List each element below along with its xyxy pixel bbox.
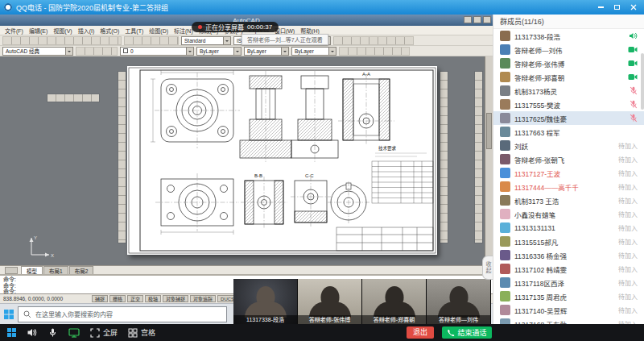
tab-nav-arrows[interactable]: [5, 267, 18, 274]
menu-item[interactable]: 绘图(D): [149, 27, 168, 35]
menu-item[interactable]: 格式(O): [100, 27, 119, 35]
mode-toggle[interactable]: 对象捕捉: [163, 295, 188, 302]
menu-item[interactable]: 编辑(E): [29, 27, 47, 35]
member-name: 11317135 周君虎: [514, 292, 614, 301]
member-name: 机制3173杨灵: [514, 86, 625, 96]
workspace-dropdown[interactable]: AutoCAD 经典: [2, 47, 73, 56]
menu-item[interactable]: 工具(T): [125, 27, 143, 35]
pending-status-label: 待加入: [618, 306, 638, 314]
end-call-button[interactable]: 结束通话: [442, 326, 492, 339]
member-name: 答辩老师-郑喜朝: [514, 73, 624, 82]
maximize-icon: [614, 5, 620, 10]
acad-canvas[interactable]: A-A B-B: [0, 56, 493, 265]
member-row[interactable]: 11317444——高千千待加入: [493, 180, 644, 193]
member-row[interactable]: 答辩老师—刘伟: [493, 43, 644, 56]
mode-toggle[interactable]: 正交: [127, 295, 143, 302]
windows-start-icon[interactable]: [4, 310, 14, 319]
member-name: 刘跃: [514, 141, 614, 151]
member-row[interactable]: 11317127-王波待加入: [493, 166, 644, 180]
member-row[interactable]: 11315515郝凡待加入: [493, 235, 644, 248]
layer-toolbar-icons[interactable]: [76, 47, 118, 56]
mode-toggle[interactable]: 极轴: [145, 295, 161, 302]
menu-item[interactable]: 帮助(H): [300, 27, 320, 35]
mode-toggle[interactable]: 对象追踪: [190, 295, 216, 302]
docked-toolbar[interactable]: [474, 71, 483, 243]
member-row[interactable]: 答辩老师-张朝飞待加入: [493, 152, 644, 166]
member-row[interactable]: 11317338-段浩: [493, 29, 644, 43]
member-row[interactable]: 11317663 程军: [493, 125, 644, 139]
pending-status-label: 待加入: [618, 278, 638, 287]
draw-toolbar[interactable]: [118, 71, 126, 243]
pending-status-label: 待加入: [618, 196, 638, 205]
search-placeholder: 在这里输入你要搜索的内容: [35, 310, 113, 318]
mode-toggle[interactable]: 捕捉: [92, 295, 108, 302]
floating-toolbar[interactable]: [47, 94, 100, 102]
mode-toggle[interactable]: 栅格: [109, 295, 126, 302]
share-screen-button[interactable]: [68, 327, 80, 338]
member-row[interactable]: 11317625/魏佳豪: [493, 111, 644, 125]
fullscreen-button[interactable]: 全屏: [90, 327, 118, 338]
dropdown-value: Standard: [184, 38, 205, 44]
layout-tab[interactable]: 布局2: [69, 266, 94, 274]
collapse-sidebar-button[interactable]: 收起: [482, 256, 493, 280]
textstyle-dropdown[interactable]: Standard: [181, 36, 231, 45]
member-row[interactable]: 答辩老师-郑喜朝: [493, 70, 644, 84]
pending-status-label: 待加入: [618, 251, 638, 260]
toolbar-icons[interactable]: [339, 47, 410, 56]
maximize-button[interactable]: [610, 2, 624, 13]
scrollbar-thumb[interactable]: [641, 53, 644, 110]
toolbar-icons[interactable]: [124, 36, 179, 45]
member-row[interactable]: 11313131131待加入: [493, 221, 644, 235]
member-row[interactable]: 机制3173 王浩待加入: [493, 193, 644, 207]
lineweight-dropdown[interactable]: ByLayer: [291, 47, 336, 56]
member-row[interactable]: 11317102 韩靖雯待加入: [493, 262, 644, 276]
exit-button[interactable]: 退出: [407, 326, 434, 339]
member-row[interactable]: 小鑫没有蜡笔待加入: [493, 207, 644, 221]
layout-tab[interactable]: 模型: [21, 266, 43, 274]
layer-dropdown[interactable]: 0: [120, 47, 194, 56]
speaker-icon: [27, 327, 37, 338]
video-tile[interactable]: 答辩老师—刘伟: [427, 279, 491, 324]
titlebar[interactable]: QQ电话 - 国防学院2020届机制专业-第二答辩组: [0, 0, 644, 15]
menu-item[interactable]: 插入(I): [78, 27, 95, 35]
minimize-button[interactable]: [594, 2, 608, 13]
end-call-label: 结束通话: [457, 327, 486, 338]
windows-icon[interactable]: [7, 328, 16, 337]
menu-item[interactable]: 视图(V): [53, 27, 72, 35]
video-tile[interactable]: 11317338-段浩: [233, 279, 298, 324]
member-row[interactable]: 答辩老师-张伟博: [493, 56, 644, 70]
speaker-button[interactable]: [27, 327, 37, 338]
taskbar-search-input[interactable]: 在这里输入你要搜索的内容: [18, 306, 227, 322]
member-row[interactable]: 11317555-樊波: [493, 98, 644, 111]
member-row[interactable]: 11317168 王东勃待加入: [493, 317, 644, 324]
member-row[interactable]: 11317118区西泽待加入: [493, 276, 644, 289]
member-row[interactable]: 刘跃待加入: [493, 139, 644, 152]
dropdown-value: ByLayer: [295, 48, 314, 54]
avatar: [500, 250, 510, 260]
video-tile[interactable]: 答辩老师-郑喜朝: [362, 279, 427, 324]
member-name: 11317118区西泽: [514, 278, 614, 288]
fullscreen-label: 全屏: [103, 327, 118, 338]
menu-item[interactable]: 文件(F): [5, 27, 23, 35]
member-row[interactable]: 11317140-吴昱辉待加入: [493, 303, 644, 317]
menu-item[interactable]: 标注(N): [174, 27, 193, 35]
canvas-scrollbar[interactable]: [485, 56, 493, 265]
linetype-dropdown[interactable]: ByLayer: [244, 47, 289, 56]
video-tile[interactable]: 答辩老师-张伟博: [298, 279, 362, 324]
dropdown-value: 0: [130, 48, 134, 54]
toolbar-icons[interactable]: [333, 36, 414, 45]
scrollbar-thumb[interactable]: [486, 113, 492, 149]
avatar: [500, 85, 510, 96]
mic-button[interactable]: [47, 327, 58, 338]
standard-toolbar-icons[interactable]: [2, 36, 122, 45]
modify-toolbar[interactable]: [440, 71, 448, 243]
member-row[interactable]: 11317135 周君虎待加入: [493, 289, 644, 303]
color-dropdown[interactable]: ByLayer: [196, 47, 242, 56]
member-row[interactable]: 机制3173杨灵: [493, 84, 644, 98]
close-button[interactable]: [626, 2, 640, 13]
grid-view-button[interactable]: 宫格: [128, 327, 155, 338]
layout-tab[interactable]: 布局1: [43, 266, 68, 274]
autocad-window-controls[interactable]: [464, 16, 491, 23]
member-list-scrollbar[interactable]: [640, 29, 644, 324]
member-row[interactable]: 11316336 杨金强待加入: [493, 248, 644, 262]
